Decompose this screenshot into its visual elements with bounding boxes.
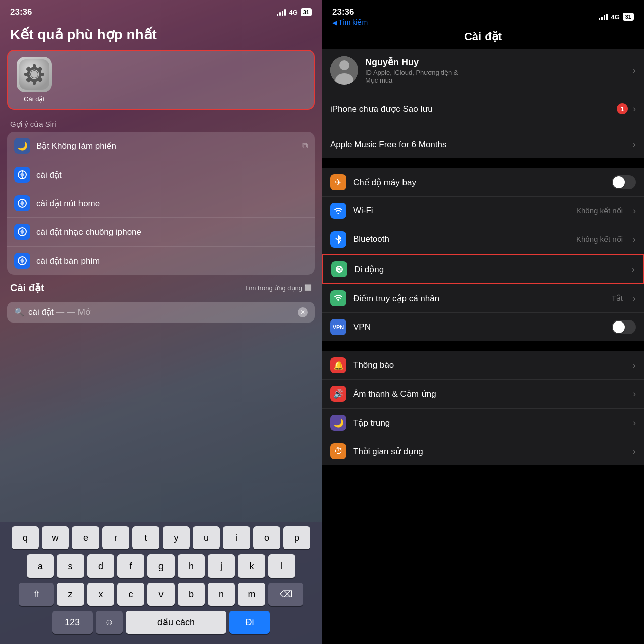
suggestion-list: 🌙 Bật Không làm phiền ⧉ cài đặt cài đặt … (7, 132, 315, 275)
suggestion-item-4[interactable]: cài đặt bàn phím (7, 247, 315, 275)
focus-chevron: › (633, 418, 636, 428)
signal-bar-1 (277, 14, 278, 16)
key-s[interactable]: s (57, 554, 84, 578)
settings-row-notifications[interactable]: 🔔 Thông báo › (322, 351, 644, 380)
app-result-container[interactable]: Cài đặt (7, 50, 315, 110)
backup-chevron: › (633, 104, 636, 114)
key-r[interactable]: r (102, 526, 129, 549)
right-signal-bar-1 (599, 18, 600, 20)
search-clear-button[interactable]: ✕ (298, 307, 308, 317)
key-g[interactable]: g (147, 554, 175, 578)
airplane-toggle[interactable] (612, 175, 636, 189)
key-b[interactable]: b (178, 583, 205, 606)
key-n[interactable]: n (208, 583, 235, 606)
key-t[interactable]: t (132, 526, 159, 549)
wifi-icon (330, 203, 346, 219)
suggestion-text-0: Bật Không làm phiền (36, 141, 296, 151)
settings-row-wifi[interactable]: Wi-Fi Không kết nối › (322, 197, 644, 225)
suggestion-item-2[interactable]: cài đặt nút home (7, 189, 315, 218)
cellular-svg (334, 264, 344, 274)
key-f[interactable]: f (117, 554, 144, 578)
key-delete[interactable]: ⌫ (268, 583, 303, 606)
settings-app-label: Cài đặt (24, 95, 45, 103)
suggestion-text-4: cài đặt bàn phím (36, 256, 308, 266)
suggestion-icon-0: 🌙 (14, 138, 30, 154)
hotspot-svg (333, 293, 343, 303)
keyboard: q w e r t y u i o p a s d f g h j k l (0, 522, 322, 644)
svg-rect-6 (40, 73, 44, 76)
key-l[interactable]: l (268, 554, 295, 578)
suggestion-text-2: cài đặt nút home (36, 198, 308, 209)
cellular-chevron: › (632, 264, 635, 275)
search-icon: 🔍 (14, 307, 24, 317)
key-k[interactable]: k (238, 554, 265, 578)
key-z[interactable]: z (57, 583, 84, 606)
settings-row-vpn[interactable]: VPN VPN (322, 313, 644, 341)
profile-row[interactable]: Nguyễn Huy ID Apple, iCloud, Phương tiện… (322, 49, 644, 92)
sounds-label: Âm thanh & Cảm ứng (353, 389, 626, 399)
backup-text: iPhone chưa được Sao lưu (330, 104, 612, 114)
key-i[interactable]: i (223, 526, 250, 549)
bluetooth-icon (330, 231, 346, 248)
vpn-toggle-thumb (613, 321, 625, 333)
avatar-inner (330, 56, 358, 85)
key-w[interactable]: w (42, 526, 69, 549)
key-j[interactable]: j (208, 554, 235, 578)
promo-chevron: › (633, 139, 636, 150)
apple-music-promo[interactable]: Apple Music Free for 6 Months › (322, 131, 644, 158)
svg-rect-5 (24, 73, 28, 76)
key-m[interactable]: m (238, 583, 265, 606)
left-time: 23:36 (10, 7, 32, 17)
key-shift[interactable]: ⇧ (19, 583, 54, 606)
settings-row-hotspot[interactable]: Điểm truy cập cá nhân Tắt › (322, 284, 644, 313)
left-status-bar: 23:36 4G 31 (0, 0, 322, 21)
key-u[interactable]: u (193, 526, 220, 549)
right-network: 4G (611, 13, 619, 21)
key-c[interactable]: c (117, 583, 144, 606)
find-in-app[interactable]: Tìm trong ứng dụng ⬜ (245, 284, 312, 292)
search-bar[interactable]: 🔍 cài đặt — — Mở ✕ (7, 302, 315, 323)
suggestion-item-3[interactable]: cài đặt nhạc chuông iphone (7, 218, 315, 247)
search-query-display: cài đặt — — Mở (28, 307, 294, 317)
settings-row-focus[interactable]: 🌙 Tập trung › (322, 409, 644, 437)
key-x[interactable]: x (87, 583, 114, 606)
bluetooth-label: Bluetooth (353, 234, 569, 245)
notifications-chevron: › (633, 360, 636, 371)
settings-row-airplane[interactable]: ✈ Chế độ máy bay (322, 168, 644, 197)
avatar-silhouette (330, 56, 358, 85)
vpn-toggle[interactable] (612, 320, 636, 334)
key-action[interactable]: Đi (229, 611, 270, 634)
settings-row-cellular[interactable]: Di động › (322, 254, 644, 284)
key-e[interactable]: e (72, 526, 99, 549)
promo-text: Apple Music Free for 6 Months (330, 140, 633, 150)
backup-warning-row[interactable]: iPhone chưa được Sao lưu 1 › (322, 96, 644, 121)
hotspot-icon (330, 290, 346, 306)
key-v[interactable]: v (147, 583, 175, 606)
suggestion-icon-4 (14, 253, 30, 269)
settings-row-sounds[interactable]: 🔊 Âm thanh & Cảm ứng › (322, 380, 644, 409)
key-a[interactable]: a (27, 554, 54, 578)
settings-row-screentime[interactable]: ⏱ Thời gian sử dụng › (322, 437, 644, 465)
notifications-icon: 🔔 (330, 357, 346, 373)
settings-row-bluetooth[interactable]: Bluetooth Không kết nối › (322, 225, 644, 254)
suggestion-item-0[interactable]: 🌙 Bật Không làm phiền ⧉ (7, 132, 315, 160)
back-nav[interactable]: Tìm kiếm (332, 18, 368, 26)
key-p[interactable]: p (283, 526, 310, 549)
focus-label: Tập trung (353, 418, 626, 428)
key-h[interactable]: h (178, 554, 205, 578)
key-space[interactable]: dấu cách (126, 611, 226, 634)
settings-app-result[interactable]: Cài đặt (14, 57, 54, 103)
wifi-chevron: › (633, 206, 636, 216)
key-y[interactable]: y (163, 526, 190, 549)
sounds-icon: 🔊 (330, 386, 346, 402)
focus-icon: 🌙 (330, 415, 346, 431)
hotspot-chevron: › (633, 293, 636, 304)
key-q[interactable]: q (12, 526, 39, 549)
hotspot-value: Tắt (612, 294, 623, 303)
key-d[interactable]: d (87, 554, 114, 578)
key-emoji[interactable]: ☺ (96, 611, 123, 634)
suggestion-item-1[interactable]: cài đặt (7, 160, 315, 189)
key-123[interactable]: 123 (52, 611, 93, 634)
key-o[interactable]: o (253, 526, 280, 549)
keyboard-row-1: q w e r t y u i o p (2, 526, 320, 549)
